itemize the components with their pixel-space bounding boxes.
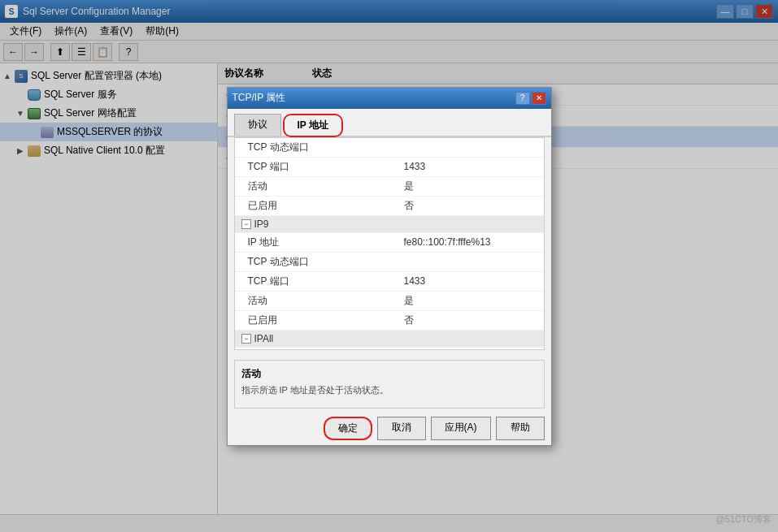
- table-row: TCP 动态端口: [235, 252, 544, 271]
- dialog-backdrop: TCP/IP 属性 ? ✕ 协议 IP 地址 TCP 动态端口: [0, 0, 778, 532]
- row-value: [398, 252, 544, 271]
- dialog-title-bar: TCP/IP 属性 ? ✕: [228, 88, 551, 109]
- info-title: 活动: [241, 367, 537, 381]
- dialog-body: TCP 动态端口 TCP 端口 1433 活动 是 已启用: [234, 137, 545, 350]
- row-label: TCP 动态端口: [235, 252, 398, 271]
- table-row: 活动 是: [235, 176, 544, 196]
- collapse-ip9[interactable]: －: [241, 219, 251, 229]
- row-label: 已启用: [235, 196, 398, 215]
- info-text: 指示所选 IP 地址是否处于活动状态。: [241, 384, 537, 396]
- dialog-close-button[interactable]: ✕: [532, 92, 546, 105]
- section-header-ip9: － IP9: [235, 215, 544, 232]
- row-label: IP 地址: [235, 232, 398, 252]
- watermark: @51CTO博客: [716, 513, 771, 526]
- row-label: TCP 动态端口: [235, 347, 398, 349]
- table-row: TCP 动态端口: [235, 347, 544, 349]
- row-label: TCP 动态端口: [235, 138, 398, 158]
- row-value: 1433: [398, 157, 544, 176]
- table-row: TCP 动态端口: [235, 138, 544, 158]
- row-value: 否: [398, 310, 544, 330]
- table-row: IP 地址 fe80::100:7f:fffe%13: [235, 232, 544, 252]
- dialog-table: TCP 动态端口 TCP 端口 1433 活动 是 已启用: [235, 138, 544, 349]
- table-row: 活动 是: [235, 291, 544, 310]
- row-value: 否: [398, 196, 544, 215]
- section-name-ipall: IPAll: [254, 333, 274, 344]
- table-row: 已启用 否: [235, 310, 544, 330]
- tab-protocol[interactable]: 协议: [234, 114, 281, 136]
- table-row: 已启用 否: [235, 196, 544, 215]
- dialog-buttons: 确定 取消 应用(A) 帮助: [228, 412, 551, 445]
- apply-button[interactable]: 应用(A): [431, 417, 491, 440]
- section-header-ipall: － IPAll: [235, 330, 544, 347]
- row-value: [398, 138, 544, 158]
- row-value: 1433: [398, 271, 544, 291]
- row-label: 已启用: [235, 310, 398, 330]
- section-name-ip9: IP9: [254, 218, 269, 230]
- tcpip-dialog: TCP/IP 属性 ? ✕ 协议 IP 地址 TCP 动态端口: [227, 87, 552, 446]
- row-value: [398, 347, 544, 349]
- collapse-ipall[interactable]: －: [241, 334, 251, 344]
- help-dialog-button[interactable]: 帮助: [496, 417, 545, 440]
- dialog-title-buttons: ? ✕: [515, 92, 546, 105]
- tab-ipaddress[interactable]: IP 地址: [283, 114, 343, 137]
- row-label: TCP 端口: [235, 157, 398, 176]
- dialog-tabs: 协议 IP 地址: [228, 109, 551, 137]
- row-label: 活动: [235, 291, 398, 310]
- row-value: 是: [398, 291, 544, 310]
- row-value: 是: [398, 176, 544, 196]
- dialog-title: TCP/IP 属性: [233, 91, 286, 105]
- table-row: TCP 端口 1433: [235, 271, 544, 291]
- ok-button[interactable]: 确定: [324, 417, 372, 440]
- cancel-button[interactable]: 取消: [377, 417, 426, 440]
- row-value: fe80::100:7f:fffe%13: [398, 232, 544, 252]
- table-row: TCP 端口 1433: [235, 157, 544, 176]
- info-section: 活动 指示所选 IP 地址是否处于活动状态。: [234, 360, 545, 409]
- dialog-help-button[interactable]: ?: [515, 92, 530, 105]
- row-label: TCP 端口: [235, 271, 398, 291]
- scroll-area[interactable]: TCP 动态端口 TCP 端口 1433 活动 是 已启用: [235, 138, 544, 349]
- row-label: 活动: [235, 176, 398, 196]
